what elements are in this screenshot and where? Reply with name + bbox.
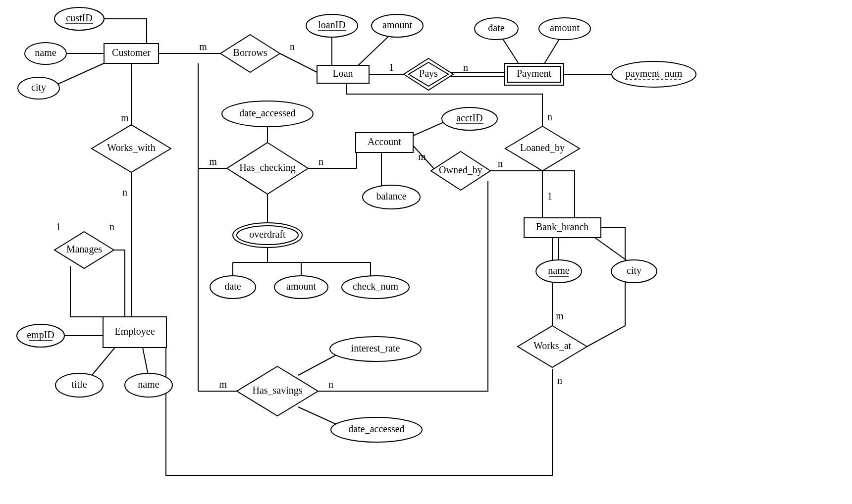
card-pays-1: 1	[389, 62, 394, 73]
card-manages-1: 1	[56, 221, 61, 232]
card-ownedby-n: n	[498, 158, 503, 169]
svg-text:Works_at: Works_at	[533, 340, 572, 351]
entity-loan: Loan	[317, 65, 369, 83]
svg-text:date: date	[488, 22, 504, 33]
svg-text:check_num: check_num	[353, 281, 399, 292]
er-diagram: Customer custID name city Borrows m n Lo…	[0, 0, 852, 504]
attr-customer-city: city	[18, 77, 59, 99]
attr-custid: custID	[54, 7, 104, 30]
svg-text:interest_rate: interest_rate	[351, 343, 400, 353]
attr-branch-city: city	[611, 260, 657, 283]
card-workswith-n: n	[122, 187, 127, 198]
attr-hassavings-date: date_accessed	[331, 417, 422, 442]
svg-text:Borrows: Borrows	[233, 47, 267, 58]
attr-customer-name: name	[25, 43, 66, 64]
card-hassavings-n: n	[328, 379, 333, 390]
entity-customer: Customer	[104, 44, 159, 63]
svg-text:amount: amount	[382, 19, 412, 30]
svg-text:name: name	[548, 265, 569, 276]
attr-payment-date: date	[475, 18, 518, 40]
svg-text:city: city	[31, 82, 46, 93]
entity-account: Account	[356, 133, 413, 152]
attr-overdraft-checknum: check_num	[342, 276, 409, 299]
svg-text:overdraft: overdraft	[249, 229, 286, 240]
attr-empid: empID	[17, 324, 64, 347]
svg-text:Pays: Pays	[419, 68, 438, 79]
entity-payment: Payment	[504, 63, 564, 85]
attr-loan-amount: amount	[372, 14, 423, 37]
attr-payment-num: payment_num	[612, 61, 696, 87]
svg-text:Bank_branch: Bank_branch	[536, 221, 589, 232]
card-workswith-m: m	[121, 112, 129, 123]
svg-text:title: title	[71, 379, 87, 390]
attr-emp-title: title	[55, 373, 103, 397]
svg-text:Payment: Payment	[517, 68, 551, 79]
svg-text:empID: empID	[27, 329, 54, 341]
svg-text:Loan: Loan	[332, 68, 353, 79]
card-borrows-m: m	[199, 41, 207, 52]
attr-balance: balance	[363, 185, 420, 209]
attr-emp-name: name	[125, 373, 172, 397]
card-manages-n: n	[109, 221, 114, 232]
attr-haschecking-date: date_accessed	[222, 101, 313, 127]
attr-hassavings-rate: interest_rate	[330, 337, 421, 361]
svg-text:Works_with: Works_with	[107, 142, 155, 153]
entity-customer-label: Customer	[112, 47, 151, 58]
attr-branch-name: name	[536, 260, 582, 283]
svg-text:Manages: Manages	[66, 244, 102, 255]
card-haschecking-n: n	[319, 156, 323, 167]
entity-employee: Employee	[103, 317, 166, 348]
card-borrows-n: n	[290, 41, 295, 52]
svg-text:date_accessed: date_accessed	[239, 107, 295, 118]
attr-overdraft-amount: amount	[274, 276, 328, 299]
svg-text:name: name	[138, 379, 159, 390]
card-worksat-n: n	[557, 375, 562, 386]
svg-text:amount: amount	[550, 22, 580, 33]
svg-text:custID: custID	[66, 12, 92, 23]
attr-overdraft: overdraft	[233, 223, 302, 248]
svg-text:acctID: acctID	[456, 112, 482, 123]
card-loanedby-1: 1	[547, 191, 552, 202]
svg-text:date: date	[224, 281, 241, 292]
svg-text:payment_num: payment_num	[626, 68, 683, 79]
card-worksat-m: m	[556, 310, 564, 321]
svg-text:Has_savings: Has_savings	[252, 385, 302, 396]
card-haschecking-m: m	[209, 156, 217, 167]
svg-text:name: name	[35, 47, 56, 58]
card-hassavings-m: m	[219, 379, 227, 390]
svg-text:balance: balance	[376, 191, 406, 202]
attr-acctid: acctID	[442, 107, 497, 130]
card-ownedby-m: m	[418, 151, 426, 162]
card-loanedby-n: n	[547, 111, 552, 122]
svg-text:Owned_by: Owned_by	[439, 164, 482, 176]
svg-text:Account: Account	[368, 136, 401, 147]
svg-text:amount: amount	[286, 281, 316, 292]
svg-text:loanID: loanID	[318, 19, 346, 30]
attr-overdraft-date: date	[210, 276, 256, 299]
attr-payment-amount: amount	[539, 18, 590, 40]
svg-text:Employee: Employee	[114, 326, 155, 337]
card-pays-n: n	[463, 62, 468, 73]
entity-bank-branch: Bank_branch	[524, 218, 601, 238]
attr-loanid: loanID	[306, 14, 358, 37]
svg-text:Loaned_by: Loaned_by	[520, 142, 565, 153]
svg-text:city: city	[627, 265, 641, 276]
svg-text:date_accessed: date_accessed	[348, 423, 404, 434]
svg-text:Has_checking: Has_checking	[239, 162, 295, 173]
